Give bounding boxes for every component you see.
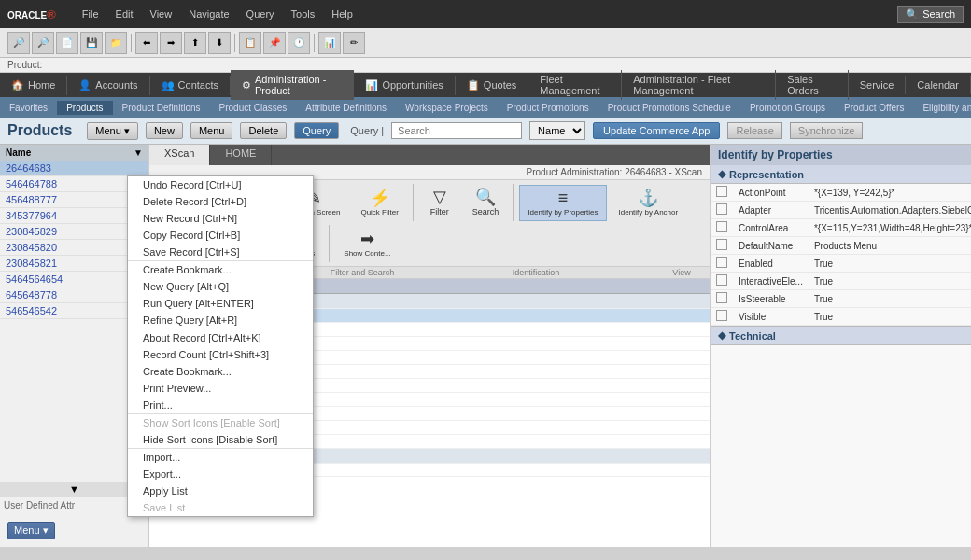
tb-btn-8[interactable]: ⬆	[184, 32, 206, 54]
tab-sales-orders[interactable]: Sales Orders	[776, 70, 848, 100]
tb-btn-11[interactable]: 📌	[263, 32, 286, 54]
tab-home[interactable]: HOME	[210, 145, 272, 165]
tb-btn-12[interactable]: 🕐	[288, 32, 310, 54]
release-btn[interactable]: Release	[727, 122, 781, 139]
dropdown-refine-query[interactable]: Refine Query [Alt+R]	[128, 312, 313, 329]
top-search-bar[interactable]: 🔍 Search	[897, 6, 964, 23]
delete-button[interactable]: Delete	[240, 122, 287, 139]
enabled-checkbox[interactable]	[716, 257, 727, 268]
tab-contacts[interactable]: 👥 Contacts	[150, 76, 231, 95]
tab-accounts[interactable]: 👤 Accounts	[67, 76, 149, 95]
identification-section-label: Identification	[418, 268, 654, 277]
new-button[interactable]: New	[146, 122, 183, 139]
dropdown-hide-sort[interactable]: Hide Sort Icons [Disable Sort]	[128, 431, 313, 448]
tab-service[interactable]: Service	[849, 76, 907, 94]
dropdown-create-bookmark2[interactable]: Create Bookmark...	[128, 363, 313, 380]
dropdown-apply-list[interactable]: Apply List	[128, 483, 313, 499]
dropdown-save-record[interactable]: Save Record [Ctrl+S]	[128, 244, 313, 260]
sub-nav-product-promotions[interactable]: Product Promotions	[498, 101, 598, 115]
menu-edit[interactable]: Edit	[108, 5, 141, 23]
update-commerce-btn[interactable]: Update Commerce App	[593, 122, 720, 139]
identify-by-properties-button[interactable]: ≡ Identify by Properties	[519, 185, 606, 221]
adapter-value: Tricentis.Automation.Adapters.SiebelO...	[809, 202, 971, 219]
adapter-checkbox[interactable]	[716, 203, 727, 215]
tab-home[interactable]: 🏠 Home	[0, 76, 67, 95]
actionpoint-checkbox[interactable]	[716, 186, 727, 197]
tab-admin-product[interactable]: ⚙ Administration - Product	[231, 70, 354, 100]
tb-btn-6[interactable]: ⬅	[135, 32, 158, 54]
search-input[interactable]	[391, 122, 522, 139]
sub-nav-products[interactable]: Products	[57, 101, 112, 115]
search-button[interactable]: 🔍 Search	[464, 184, 508, 221]
tb-btn-5[interactable]: 📁	[105, 32, 127, 54]
sub-nav-product-definitions[interactable]: Product Definitions	[113, 101, 210, 115]
steerable-checkbox[interactable]	[716, 292, 727, 303]
interactive-name: InteractiveEle...	[733, 273, 809, 290]
menu2-button[interactable]: Menu	[190, 122, 233, 139]
controlarea-checkbox[interactable]	[716, 221, 727, 232]
tab-calendar[interactable]: Calendar	[906, 76, 971, 94]
dropdown-print-preview[interactable]: Print Preview...	[128, 380, 313, 397]
controlarea-name: ControlArea	[733, 219, 809, 237]
menu-file[interactable]: File	[75, 5, 106, 23]
sub-nav-promo-schedule[interactable]: Product Promotions Schedule	[598, 101, 740, 115]
dropdown-new-query[interactable]: New Query [Alt+Q]	[128, 278, 313, 295]
defaultname-checkbox[interactable]	[716, 239, 727, 250]
show-context-button[interactable]: ➡ Show Conte...	[335, 226, 399, 262]
dropdown-new-record[interactable]: New Record [Ctrl+N]	[128, 210, 313, 227]
tab-xscan[interactable]: XScan	[149, 145, 210, 165]
sync-btn[interactable]: Synchronize	[790, 122, 864, 139]
tb-btn-4[interactable]: 💾	[80, 32, 103, 54]
tb-btn-10[interactable]: 📋	[239, 32, 261, 54]
tab-admin-fleet[interactable]: Administration - Fleet Management	[622, 70, 776, 100]
toolbar-separator-3	[329, 225, 330, 262]
tb-btn-13[interactable]: 📊	[318, 32, 341, 54]
sub-nav-promotion-groups[interactable]: Promotion Groups	[740, 101, 835, 115]
dropdown-about-record[interactable]: About Record [Ctrl+Alt+K]	[128, 329, 313, 346]
properties-section: ◆ Representation ActionPoint *{X=139, Y=…	[711, 165, 971, 547]
sub-nav-favorites[interactable]: Favorites	[0, 101, 57, 115]
right-panel-header: Identify by Properties	[711, 145, 971, 165]
dropdown-record-count[interactable]: Record Count [Ctrl+Shift+3]	[128, 346, 313, 363]
quick-filter-button[interactable]: ⚡ Quick Filter	[352, 185, 406, 221]
filter-button[interactable]: ▽ Filter	[419, 184, 460, 221]
visible-checkbox[interactable]	[716, 310, 727, 321]
tb-btn-7[interactable]: ➡	[160, 32, 182, 54]
dropdown-create-bookmark[interactable]: Create Bookmark...	[128, 260, 313, 278]
tb-btn-9[interactable]: ⬇	[208, 32, 231, 54]
sub-nav-workspace[interactable]: Workspace Projects	[396, 101, 498, 115]
products-header: Products Menu ▾ New Menu Delete Query Qu…	[0, 118, 971, 145]
dropdown-run-query[interactable]: Run Query [Alt+ENTER]	[128, 295, 313, 312]
list-menu-btn[interactable]: Menu ▾	[7, 522, 55, 539]
dropdown-print[interactable]: Print...	[128, 397, 313, 413]
tb-btn-14[interactable]: ✏	[343, 32, 365, 54]
menu-help[interactable]: Help	[324, 5, 360, 23]
dropdown-export[interactable]: Export...	[128, 466, 313, 483]
tab-quotes[interactable]: 📋 Quotes	[456, 76, 528, 95]
dropdown-copy-record[interactable]: Copy Record [Ctrl+B]	[128, 227, 313, 244]
tb-btn-1[interactable]: 🔎	[7, 32, 30, 54]
sub-nav-attribute-definitions[interactable]: Attribute Definitions	[296, 101, 396, 115]
tab-opportunities[interactable]: 📊 Opportunities	[354, 76, 455, 95]
tb-btn-2[interactable]: 🔎	[32, 32, 54, 54]
search-name-select[interactable]: Name	[529, 121, 585, 140]
identify-by-anchor-button[interactable]: ⚓ Identify by Anchor	[611, 185, 687, 221]
sub-nav-product-offers[interactable]: Product Offers	[835, 101, 913, 115]
menu-navigate[interactable]: Navigate	[181, 5, 236, 23]
interactive-checkbox[interactable]	[716, 274, 727, 286]
dropdown-undo-record[interactable]: Undo Record [Ctrl+U]	[128, 176, 313, 193]
sub-nav-eligibility[interactable]: Eligibility and Compatibility Matrices	[913, 101, 971, 115]
menu-button[interactable]: Menu ▾	[87, 122, 138, 140]
dropdown-save-list[interactable]: Save List	[128, 499, 313, 516]
sub-nav-product-classes[interactable]: Product Classes	[210, 101, 297, 115]
tab-fleet[interactable]: Fleet Management	[528, 70, 622, 100]
menu-view[interactable]: View	[143, 5, 180, 23]
dropdown-delete-record[interactable]: Delete Record [Ctrl+D]	[128, 193, 313, 210]
menu-tools[interactable]: Tools	[284, 5, 323, 23]
list-item[interactable]: 26464683	[0, 161, 148, 176]
query-button[interactable]: Query	[294, 122, 339, 139]
menu-query[interactable]: Query	[239, 5, 282, 23]
tb-btn-3[interactable]: 📄	[56, 32, 78, 54]
dropdown-show-sort[interactable]: Show Sort Icons [Enable Sort]	[128, 413, 313, 431]
dropdown-import[interactable]: Import...	[128, 448, 313, 466]
